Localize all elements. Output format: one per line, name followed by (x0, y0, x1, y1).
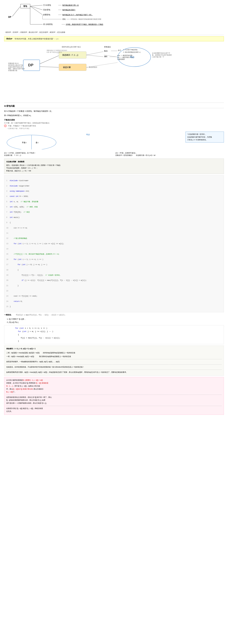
top-mindmap: DP 背包 ① 01背包 每件物品最多只用一次 完全背包 每件物品有无限个 多重… (4, 3, 224, 34)
code-line-23: 23 cout << f[n][m] << endl; (6, 295, 222, 298)
note2: 2. j与j-v[i] 均≤ j (7, 321, 224, 324)
code-line-21: 21 } (6, 284, 222, 287)
left-panel5: 价值的最大值 (8, 70, 17, 71)
tongshi-section: 同式DP "所有的DP问题，本质上都是有限集中的最值问题" — yxc (4, 36, 224, 41)
note-top-left2: 以及 每个状态含义的定义 (47, 52, 62, 53)
state-calc-label: 状态计算 (63, 66, 71, 68)
tongshi-label: 同式DP (6, 38, 12, 40)
fij-top-label: f(i,j) (86, 133, 90, 136)
code-line-9: 9{ (6, 222, 222, 224)
left-desc-box: 从1 ~ i-1中选，总体积不超过j，且 不包含 i 左边最大值 f（i-1，j… (4, 152, 113, 156)
explain-line2: 可以由左边的递推，也就是 f（i-1，j - Vi）; (6, 166, 222, 169)
left-desc-line1: 从1 ~ i-1中选，总体积不超过j，且 不包含 i (4, 152, 113, 154)
loop-line4: f[j] = max(f[j], f[j - v[i]] + w[i]); (21, 336, 222, 340)
item3b-desc: DP的优化一般就对代码或者转移方程进行变形 (71, 18, 101, 20)
example-line4: 也就是说，在本轮更新的值，不会影响本轮中其他未更新的值！较小的index对应的状… (6, 366, 222, 369)
code-line-12: 12 //读入所有的物品 (6, 237, 222, 240)
set-label: 集合 (104, 50, 108, 52)
right-note: ! 左边的最大值一定存在，右边的最大值可能不存在，为空集只有当 j >= Vi … (185, 132, 224, 142)
code-line-20: 20 if (j >= v[i]) f[i][j] = max(f[i][j],… (6, 279, 222, 282)
svg-line-1 (12, 6, 21, 16)
red-circle-icon: ② (4, 124, 7, 127)
problem-desc1: 有 N 件物品和一个容量是 V 的背包。每件物品只能使用一次。 (4, 110, 224, 113)
cond2: 2. 选出来的物品总体积 ≤ j (123, 51, 141, 53)
note-top-left: 需要考虑从几个维度进行状态表示 (47, 50, 67, 51)
dp-big-label: DP (28, 63, 33, 67)
loop-code: for (int i = 1; i <= n; i ++ ) for (int … (4, 325, 224, 344)
example-divider1 (6, 359, 222, 359)
linear-tags: 线性DP，区间DP，计数类DP，数位统计DP，状态压缩DP，树形DP，记忆化搜索 (6, 31, 224, 34)
tongshi-quote: "所有的DP问题，本质上都是有限集中的最值问题" (14, 38, 54, 40)
right-desc-box: 从1 ~ i中选，总体积不超过j， 且集合中一定包含物品 i 右边最大值 = f… (115, 152, 224, 156)
note1: 1. f[i] 只用到了 f[i-1]层， (7, 318, 224, 321)
principle2: 不漏，不能缺少一个集合的元素不存在 (8, 125, 36, 127)
onedim-section: 一维优化 f[1][j] = max(f[i][j], f[i - 1][j -… (4, 314, 224, 316)
oval-svg: f(i,j) 不含 i 含 i (4, 132, 100, 149)
contain-label: 含 i (36, 142, 38, 144)
example-line3: 按照逆序的顺序，一维dp数组的更新顺序为：dp[8], dp[7], dp[6]… (6, 360, 222, 363)
left-desc-line2: 左边最大值 f（i-1，j） (4, 154, 113, 156)
right-desc-line1: 从1 ~ i中选，总体积不超过j， (115, 152, 224, 154)
problem-desc2: 第 i 件物品的体积是 vi，价值是 wi。 (4, 114, 224, 117)
svg-line-2 (30, 5, 43, 6)
onedim-title: 一维优化 (4, 314, 11, 316)
code-line-25: 25} (6, 306, 222, 308)
svg-line-6 (30, 6, 43, 15)
item3-desc: 每件物品有 Si 个（每件物品个数不一样） (62, 14, 93, 16)
code-line-22: 22 (6, 290, 222, 292)
example-title: 例如拿到：i = 3, j = 8, v[3] = 5, w[3] = 1 (6, 347, 222, 350)
right-note-text: ! 左边的最大值一定存在，右边的最大值可能不存在，为空集只有当 j >= Vi … (187, 133, 212, 141)
code-line-16: 16 for (int i = 1; i <= n; i ++ ) (6, 258, 222, 261)
code-line-2: 2#include <algorithm> (6, 185, 222, 188)
svg-line-18 (86, 55, 103, 57)
tongshi-source: — yxc (54, 38, 59, 40)
split-desc3: 小的子集计算一下 (152, 56, 164, 58)
code-line-3: 3using namespace std; (6, 190, 222, 192)
dp-state-diagram: 需要考虑f(i,j)表示哪个集合 所有选法 集合 条件 1. 只从前i个物品里选… (4, 43, 224, 101)
condition-label: 条件 (118, 50, 121, 51)
svg-line-23 (40, 56, 59, 64)
explain-title: 右边集合理解 曲线数图 (6, 160, 222, 163)
item1-desc: 每件物品最多只用一次 (62, 4, 79, 6)
mindmap-svg: DP 背包 ① 01背包 每件物品最多只用一次 完全背包 每件物品有无限个 多重… (4, 3, 223, 30)
analysis-box: 从大到小循环的原因是f(i, i)需要f(i - 1, j - v[i]) + … (4, 377, 224, 415)
fij-diagram-row: f(i,j) 不含 i 含 i ! 左边的最大值一定存在，右边的最大值可能不存在… (4, 132, 224, 150)
subset-title: 子集划分原则 (4, 119, 224, 121)
code-line-17: 17 for (int j = 0; j <= m; j ++ ) (6, 264, 222, 266)
explain-line3: 即最大值，就是 f(i-1，j - Vi）+ Wi (6, 170, 222, 172)
lr-desc-row: 从1 ~ i-1中选，总体积不超过j，且 不包含 i 左边最大值 f（i-1，j… (4, 152, 224, 156)
left-panel4: 物品，该集合为其中选法 (8, 68, 25, 70)
loop-line1: for (int i = 1; i <= n; i ++ ) (15, 327, 222, 330)
explain-line1: 因为，i 是必选的, 所以从 i - 1 当中选出最大的, 且要留一个坑给 第 … (6, 164, 222, 166)
svg-line-4 (30, 6, 43, 10)
code-line-14: 14 (6, 248, 222, 250)
example-line5: 如果按照顺序进行更新，dp[3] = max(dp[3], dp[0] + w[… (6, 371, 222, 374)
item2-label: 完全背包 (43, 9, 50, 11)
example-line1: 二维：dp[3][8] = max(dp[2][8], dp[2][3] + w… (6, 352, 222, 354)
attr-label: 属性 (104, 56, 107, 58)
subset-principle-section: 子集划分原则 ① 不重，某一元素不能属于两个集合（当情况会算子集全集合） ② 不… (4, 119, 224, 130)
section-01-title: 01背包问题 (4, 105, 224, 108)
code-line-11: 11 (6, 232, 222, 234)
code-line-24: 24 return 0; (6, 300, 222, 303)
item1-label: ① 01背包 (43, 4, 51, 6)
item4-desc: 分N组，每组内有若干个物品，每组最多选一个物品 (66, 24, 103, 25)
code-line-13: 13 for (int i = 1; i <= n; i ++ ) cin >>… (6, 242, 222, 245)
code-line-8: 8int main() (6, 216, 222, 219)
analysis-para2: 这里说的是优化之后的情况，优化之后 f[j] 就只有一维了。那么 f[j - j… (6, 396, 222, 405)
code-line-18: 18 { (6, 269, 222, 272)
code-line-19: 19 f[i][j] = f[i - 1][j]; // 左边的一定存在。 (6, 274, 222, 276)
onedim-formula: f[1][j] = max(f[i][j], f[i - 1][j - v[i]… (16, 314, 65, 316)
item4-label: ④ 分组背包 (43, 23, 53, 25)
consider-label: 需要考虑f(i,j)表示哪个集合 (62, 46, 81, 48)
fij-left: f(i,j) 不含 i 含 i (4, 132, 183, 150)
fij-oval-label: f(i,j) (130, 56, 134, 58)
svg-line-24 (40, 66, 59, 67)
code-line-7: 7int f[N][N]; // 状态 (6, 211, 222, 214)
code-line-4: 4const int N = 1010; (6, 195, 222, 198)
split-desc1: 从当前需要中划分出若干子 (152, 52, 170, 54)
code-line-10: 10 cin >> n >> m; (6, 227, 222, 230)
note3: 一定要满足不漏，不重可以不满足 (7, 128, 224, 130)
item3-label: 多重背包 (43, 14, 50, 16)
svg-line-17 (86, 52, 103, 55)
